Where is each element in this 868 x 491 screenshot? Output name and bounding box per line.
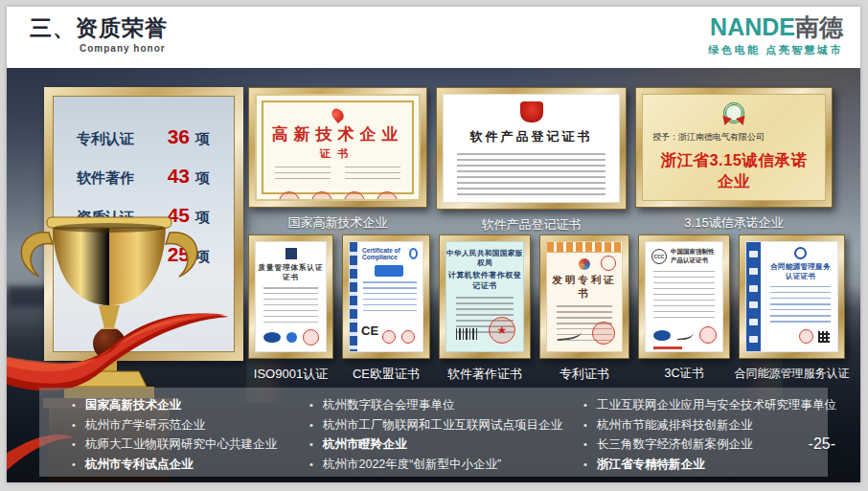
cert-iso9001-frame: 质量管理体系认证证书 <box>248 234 333 359</box>
red-seal-icon <box>382 330 396 344</box>
cert-award-line: 授予：浙江南德电气有限公司 <box>652 131 815 144</box>
cert-patent-frame: 发明专利证书 <box>539 234 629 359</box>
cert-copyright-frame: 中华人民共和国国家版权局 计算机软件著作权登记证书 ★ <box>439 234 531 359</box>
logo-wordmark: NANDE南德 <box>708 14 843 39</box>
cert-title: Certificate of Compliance <box>362 247 409 260</box>
cert-seals-decor: ★ ★ ★ ★ <box>263 191 412 201</box>
red-seal-icon <box>601 256 616 271</box>
cert-text-lines-decor <box>263 287 318 325</box>
honor-text: 杭州市工厂物联网和工业互联网试点项目企业 <box>323 417 562 433</box>
cert-subtitle: 证书 <box>263 146 412 161</box>
cert-title: 合同能源管理服务认证证书 <box>768 262 833 281</box>
cert-seals-decor <box>653 326 717 344</box>
cert-side-band-decor <box>746 242 761 351</box>
stat-row-patents: 专利认证 36 项 <box>77 125 234 148</box>
bullet-icon: • <box>309 417 323 433</box>
cert-footer-decor <box>653 346 682 349</box>
bullet-icon: • <box>72 457 85 472</box>
bullet-icon: • <box>583 457 597 472</box>
cert-text-lines-decor <box>275 167 331 184</box>
cert-title: 软件产品登记证书 <box>444 128 619 145</box>
logo-tagline: 绿色电能 点亮智慧城市 <box>708 43 843 57</box>
national-emblem-icon <box>520 101 543 123</box>
honor-item: •杭州市2022年度“创新型中小企业” <box>309 457 583 472</box>
bullet-icon: • <box>583 436 597 452</box>
cert-hitech-paper: 高新技术企业 证书 ★ ★ ★ ★ <box>255 94 421 201</box>
honor-item: •杭州市产学研示范企业 <box>72 417 309 433</box>
cert-iso9001-paper: 质量管理体系认证证书 <box>255 241 327 352</box>
cert-seals-decor <box>382 330 415 344</box>
ce-mark: CE <box>361 324 378 338</box>
cert-software-product-paper: 软件产品登记证书 <box>443 94 620 203</box>
honor-item: •杭州市节能减排科技创新企业 <box>583 417 823 433</box>
cert-chip-decor <box>375 265 403 277</box>
signature-decor <box>676 329 695 341</box>
flame-emblem-icon <box>330 106 346 123</box>
honor-item: •长三角数字经济创新案例企业 <box>583 436 823 452</box>
cert-copyright-paper: 中华人民共和国国家版权局 计算机软件著作权登记证书 ★ <box>445 241 524 352</box>
cert-title: 中国国家强制性产品认证证书 <box>671 248 717 265</box>
cert-caption: 合同能源管理服务认证 <box>735 366 850 382</box>
stat-value: 36 <box>151 125 190 148</box>
logo-chinese-text: 南德 <box>795 13 843 40</box>
cqc-logo-icon <box>653 330 671 341</box>
honors-column-1: •国家高新技术企业 •杭州市产学研示范企业 •杭师大工业物联网研究中心共建企业 … <box>72 397 309 477</box>
cert-header-decor: CCC 中国国家强制性产品认证证书 <box>646 242 722 265</box>
cert-border-decor <box>547 242 622 253</box>
cert-ce: Certificate of Compliance CE CE欧盟证书 <box>342 234 430 383</box>
honor-text: 杭州市瞪羚企业 <box>323 436 407 452</box>
honor-text: 杭师大工业物联网研究中心共建企业 <box>85 436 277 452</box>
cert-row-top: 高新技术企业 证书 ★ ★ ★ ★ <box>248 87 836 234</box>
cert-energy-mgmt-paper: 合同能源管理服务认证证书 <box>745 241 838 352</box>
honor-text: 浙江省专精特新企业 <box>597 457 705 472</box>
honor-text: 杭州市节能减排科技创新企业 <box>597 417 753 433</box>
bullet-icon: • <box>309 436 323 452</box>
bullet-icon: • <box>72 417 85 433</box>
bullet-icon: • <box>583 397 597 413</box>
qr-code-icon <box>818 331 830 343</box>
certifier-logo-icon <box>409 248 418 259</box>
bullet-icon: • <box>72 397 85 413</box>
cert-3c: CCC 中国国家强制性产品认证证书 3C证书 <box>638 234 730 383</box>
certifier-logo-icon <box>794 247 807 259</box>
certifier-logo-icon <box>286 248 297 259</box>
cert-text-lines-decor <box>363 281 417 314</box>
honor-text: 长三角数字经济创新案例企业 <box>597 436 753 452</box>
red-seal-icon: ★ <box>377 191 398 201</box>
ccc-logo-icon: CCC <box>651 249 667 264</box>
bullet-icon: • <box>72 436 85 452</box>
honor-text: 杭州数字联合会理事单位 <box>323 397 455 413</box>
cert-software-product-frame: 软件产品登记证书 <box>436 87 627 210</box>
stat-label: 软件著作 <box>77 169 151 188</box>
cert-caption: 3.15诚信承诺企业 <box>684 214 783 232</box>
cert-caption: 国家高新技术企业 <box>288 214 388 232</box>
cert-seals-decor <box>799 329 830 344</box>
cert-text-lines-decor <box>263 161 412 184</box>
bullet-icon: • <box>309 397 323 413</box>
honor-item: •工业互联网企业应用与安全技术研究理事单位 <box>583 397 823 413</box>
honor-item: •杭州数字联合会理事单位 <box>309 397 583 413</box>
stat-value: 43 <box>151 165 190 188</box>
cert-caption: 专利证书 <box>560 366 609 383</box>
slide: 三、资质荣誉 Company honor NANDE南德 绿色电能 点亮智慧城市… <box>7 7 860 482</box>
honor-item: •杭州市瞪羚企业 <box>309 436 583 452</box>
bullet-icon: • <box>583 417 597 433</box>
cert-content-decor: 合同能源管理服务认证证书 <box>764 242 837 326</box>
cert-caption: 3C证书 <box>665 366 704 382</box>
page-subtitle: Company honor <box>80 43 166 54</box>
page-title: 三、资质荣誉 <box>30 13 168 43</box>
cert-hitech: 高新技术企业 证书 ★ ★ ★ ★ <box>248 87 427 234</box>
cert-caption: ISO9001认证 <box>254 366 328 383</box>
stat-unit: 项 <box>195 130 210 148</box>
red-seal-icon <box>303 329 319 346</box>
cert-promise-315-paper: 授予：浙江南德电气有限公司 浙江省3.15诚信承诺企业 二〇二一年度 <box>642 94 826 201</box>
cnas-logo-icon <box>286 332 297 343</box>
cert-copyright: 中华人民共和国国家版权局 计算机软件著作权登记证书 ★ 软件著作证书 <box>439 234 531 383</box>
red-star-seal-icon: ★ <box>489 317 515 344</box>
honor-text: 杭州市2022年度“创新型中小企业” <box>323 457 501 472</box>
cert-3c-paper: CCC 中国国家强制性产品认证证书 <box>645 241 723 352</box>
company-logo: NANDE南德 绿色电能 点亮智慧城市 <box>708 14 843 57</box>
cert-row-bottom: 质量管理体系认证证书 ISO9001认证 Certificate of Comp… <box>248 234 836 383</box>
red-seal-icon <box>401 330 415 344</box>
cert-iso9001: 质量管理体系认证证书 ISO9001认证 <box>248 234 333 383</box>
